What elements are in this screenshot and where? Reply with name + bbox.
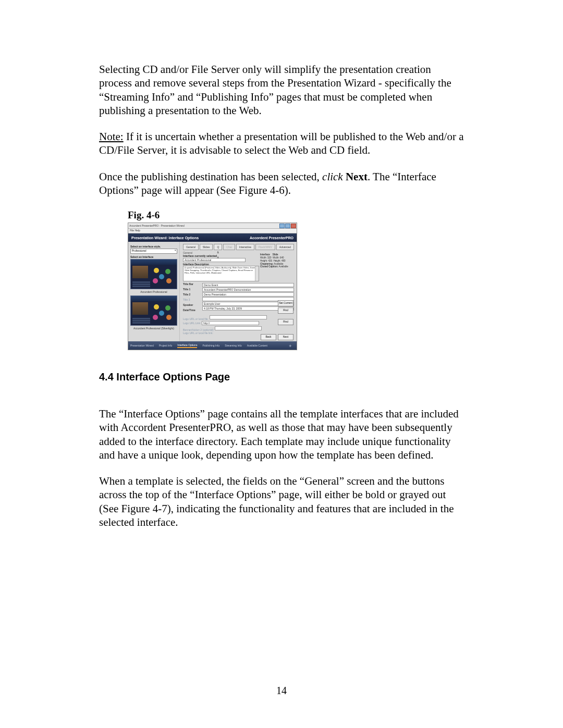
p3-click: click [322, 170, 343, 183]
window-title: Accordent PresenterPRO - Presentation Wi… [129, 224, 185, 227]
brand-icon: ✦ [288, 343, 295, 349]
titlebar-label: Title Bar [183, 282, 201, 288]
interface-meta: Interface Slide Width: 320 Width: 640 He… [260, 253, 292, 268]
interface-thumb-1[interactable] [130, 259, 177, 289]
current-selection-value: Accordent Professional [183, 258, 246, 262]
meta-cc-l: Closed Caption: [260, 265, 278, 268]
interface-thumb-2[interactable] [130, 295, 177, 326]
step-6[interactable]: Available Content [247, 344, 267, 347]
meta-width-v: 320 [267, 256, 272, 259]
interface-detail-panel: General Slides Q & A Chat Interactive Fl… [180, 242, 297, 343]
meta-slide-h: Slide [273, 253, 278, 256]
step-2[interactable]: Project Info [159, 344, 172, 347]
paragraph-4: The “Interface Options” page contains al… [99, 407, 464, 462]
window-buttons [279, 224, 296, 228]
tab-qa[interactable]: Q & A [214, 244, 222, 250]
wizard-steps-bar: Presentation Wizard Project Info Interfa… [128, 341, 297, 350]
meta-chap-v: Available [274, 263, 283, 265]
close-icon[interactable] [291, 224, 296, 228]
logo2-input[interactable] [215, 326, 262, 330]
step-5[interactable]: Streaming Info [225, 344, 242, 347]
step-1[interactable]: Presentation Wizard [130, 344, 154, 347]
logo1-link-input[interactable]: http:// [202, 321, 259, 325]
p3-next: Next [346, 170, 368, 183]
logo1-input[interactable] [210, 315, 267, 319]
title2-input[interactable]: Demo Presentation [202, 292, 294, 297]
brand-a: Accordent [250, 236, 269, 240]
next-button[interactable]: Next [278, 334, 293, 340]
meta-width-l: Width: [260, 256, 267, 259]
wizard-header: Presentation Wizard: Interface Options A… [128, 233, 297, 242]
paragraph-1: Selecting CD and/or File Server only wil… [99, 63, 464, 117]
window-titlebar: Accordent PresenterPRO - Presentation Wi… [128, 223, 297, 229]
logo2-link-label: Logo URL or local file link: [183, 331, 213, 335]
brand-b: PresenterPRO [269, 236, 293, 240]
titlebar-input[interactable]: Demo Event [202, 283, 294, 287]
wizard-nav: Back Next [261, 334, 293, 340]
interface-picker-panel: Select an interface style. Professional … [128, 242, 180, 343]
datetime-label: Date/Time [183, 309, 201, 314]
paragraph-5: When a template is selected, the fields … [99, 474, 464, 529]
find-logo1-button[interactable]: Find [278, 307, 293, 314]
meta-interface-h: Interface [260, 253, 270, 256]
tab-chat: Chat [223, 244, 235, 250]
page-number: 14 [0, 685, 563, 697]
paragraph-3: Once the publishing destination has been… [99, 170, 464, 198]
tab-advanced[interactable]: Advanced [276, 244, 294, 250]
figure-label: Fig. 4-6 [128, 209, 464, 221]
meta-height-l: Height: [260, 260, 267, 262]
step-3[interactable]: Interface Options [177, 343, 197, 348]
paragraph-2: Note: If it is uncertain whether a prese… [99, 130, 464, 157]
title2-label: Title 2 [183, 293, 201, 298]
wizard-title: Presentation Wizard: Interface Options [131, 236, 199, 240]
description-textarea[interactable]: (Layout) Professional (Features) Video, … [183, 266, 259, 281]
step-4[interactable]: Publishing Info [202, 344, 219, 347]
figure-4-6: Fig. 4-6 Accordent PresenterPRO - Presen… [128, 209, 464, 350]
meta-swidth-l: Width: [273, 256, 279, 259]
meta-swidth-v: 640 [280, 256, 284, 259]
description-text: (Layout) Professional (Features) Video, … [185, 266, 255, 274]
title1-input[interactable]: Accordent PresenterPRO Demonstration [202, 288, 294, 292]
wizard-body: Select an interface style. Professional … [128, 242, 297, 343]
meta-sheight-v: 480 [282, 260, 286, 262]
menu-bar[interactable]: File Help [128, 229, 297, 233]
meta-height-v: 426 [268, 260, 273, 262]
style-label: Select an interface style. [130, 245, 177, 248]
scrollbar[interactable] [255, 266, 259, 281]
tab-slides[interactable]: Slides [200, 244, 213, 250]
logo1-link-label: Logo URL Link: [183, 322, 201, 325]
meta-cc-v: Available [279, 265, 288, 268]
meta-chap-l: Chaptering: [260, 263, 273, 265]
tab-flash: Flash/WMV [255, 244, 275, 250]
thumb-1-caption: Accordent Professional [130, 290, 177, 293]
screenshot-interface-options: Accordent PresenterPRO - Presentation Wi… [128, 223, 297, 350]
thumb-2-caption: Accordent Professional (Silverlight) [130, 327, 177, 330]
find-logo2-button[interactable]: Find [278, 319, 293, 325]
title1-label: Title 1 [183, 288, 201, 293]
speaker-label: Speaker [183, 303, 201, 309]
interface-label: Select an Interface [130, 255, 177, 258]
minimize-icon[interactable] [279, 224, 285, 228]
style-dropdown[interactable]: Professional [130, 249, 177, 254]
set-current-button[interactable]: Set Current [278, 300, 293, 306]
section-4-4-heading: 4.4 Interface Options Page [99, 371, 464, 383]
paragraph-2-rest: If it is uncertain whether a presentatio… [99, 130, 463, 156]
note-label: Note: [99, 130, 124, 143]
brand-label: Accordent PresenterPRO [250, 236, 293, 240]
maximize-icon[interactable] [285, 224, 290, 228]
tab-row: General Slides Q & A Chat Interactive Fl… [183, 244, 294, 250]
p3-a: Once the publishing destination has been… [99, 170, 322, 183]
meta-sheight-l: Height: [274, 260, 281, 262]
tab-general[interactable]: General [183, 244, 199, 250]
back-button[interactable]: Back [261, 334, 276, 340]
title3-label: Title 3 [183, 298, 201, 303]
document-page: Selecting CD and/or File Server only wil… [0, 0, 563, 728]
tab-interactive[interactable]: Interactive [236, 244, 254, 250]
